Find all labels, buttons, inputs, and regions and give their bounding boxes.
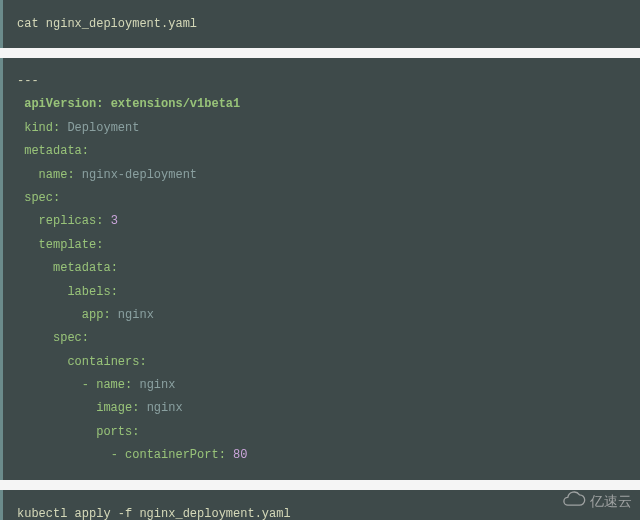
yaml-key-image: image: <box>96 401 139 415</box>
yaml-key-name: name: <box>39 168 75 182</box>
cloud-icon <box>560 491 586 512</box>
yaml-val-app: nginx <box>118 308 154 322</box>
yaml-key-spec: spec: <box>24 191 60 205</box>
yaml-doc-start: --- <box>17 74 39 88</box>
yaml-key-cname: - name: <box>82 378 132 392</box>
yaml-key-kind: kind: <box>24 121 60 135</box>
yaml-key-ports: ports: <box>96 425 139 439</box>
yaml-key-app: app: <box>82 308 111 322</box>
yaml-val-replicas: 3 <box>111 214 118 228</box>
yaml-key-containers: containers: <box>67 355 146 369</box>
code-block-cat: cat nginx_deployment.yaml <box>0 0 640 48</box>
yaml-key-replicas: replicas: <box>39 214 104 228</box>
yaml-val-cport: 80 <box>233 448 247 462</box>
yaml-val-cname: nginx <box>139 378 175 392</box>
shell-command: cat nginx_deployment.yaml <box>17 17 197 31</box>
yaml-key-cport: - containerPort: <box>111 448 226 462</box>
watermark: 亿速云 <box>560 491 632 512</box>
yaml-val-name: nginx-deployment <box>82 168 197 182</box>
yaml-val-apiversion: extensions/v1beta1 <box>111 97 241 111</box>
code-block-apply: kubectl apply -f nginx_deployment.yaml <box>0 490 640 520</box>
yaml-key-metadata: metadata: <box>24 144 89 158</box>
yaml-key-tmpl-spec: spec: <box>53 331 89 345</box>
watermark-text: 亿速云 <box>590 493 632 511</box>
yaml-key-labels: labels: <box>67 285 117 299</box>
shell-command-apply: kubectl apply -f nginx_deployment.yaml <box>17 507 291 520</box>
yaml-key-tmpl-metadata: metadata: <box>53 261 118 275</box>
code-block-yaml: --- apiVersion: extensions/v1beta1 kind:… <box>0 58 640 480</box>
yaml-val-kind: Deployment <box>67 121 139 135</box>
yaml-key-template: template: <box>39 238 104 252</box>
yaml-key-apiversion: apiVersion: <box>24 97 103 111</box>
yaml-val-image: nginx <box>147 401 183 415</box>
